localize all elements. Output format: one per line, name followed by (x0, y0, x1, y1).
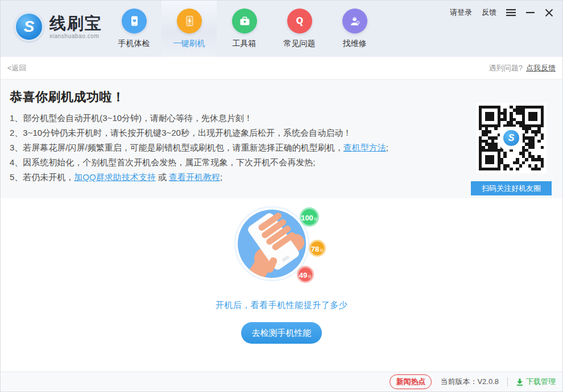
tip-link[interactable]: 查看开机教程 (169, 172, 220, 182)
back-link[interactable]: <返回 (7, 63, 27, 73)
brand-logo: S 线刷宝 xianshuabao.com (14, 12, 102, 41)
repair-icon (342, 9, 367, 34)
phone-in-hand-illustration: 100分 78分 49分 (222, 206, 341, 293)
question-icon: Q (287, 9, 312, 34)
minimize-icon[interactable] (526, 9, 535, 16)
check-performance-button[interactable]: 去检测手机性能 (241, 322, 322, 344)
performance-prompt: 开机后，看看手机性能提升了多少 (1, 300, 562, 311)
issue-hint: 遇到问题? (489, 63, 523, 73)
download-icon (516, 378, 523, 386)
main-nav: 手机体检 一键刷机 (106, 1, 382, 57)
nav-item-faq[interactable]: Q 常见问题 (272, 1, 327, 57)
nav-item-label: 工具箱 (233, 39, 256, 49)
performance-section: 100分 78分 49分 开机后，看看手机性能提升了多少 去检测手机性能 (1, 206, 562, 381)
window-controls: 请登录 反馈 (450, 7, 553, 18)
score-badge-78: 78分 (309, 240, 326, 257)
brand-name: 线刷宝 (49, 14, 102, 32)
nav-item-one-key-flash[interactable]: 一键刷机 (162, 1, 217, 57)
nav-item-toolbox[interactable]: 工具箱 (217, 1, 272, 57)
score-badge-49: 49分 (297, 266, 314, 283)
brand-logo-icon: S (14, 12, 44, 41)
news-hotspot-button[interactable]: 新闻热点 (390, 374, 432, 389)
qr-code: S (476, 103, 547, 173)
subheader: <返回 遇到问题? 点我反馈 (1, 57, 562, 80)
header: S 线刷宝 xianshuabao.com 手机体检 (1, 1, 562, 57)
flash-success-section: 恭喜你刷机成功啦！ 1、部分机型会自动开机(3~10分钟)，请耐心等待，先休息片… (1, 80, 562, 198)
menu-icon[interactable] (506, 9, 516, 16)
version-label: 当前版本：V2.0.8 (440, 377, 499, 387)
issue-feedback-link[interactable]: 点我反馈 (526, 63, 556, 73)
footer-divider (507, 377, 508, 386)
phone-flash-icon (177, 9, 202, 34)
nav-item-label: 常见问题 (284, 39, 316, 49)
download-manager-link[interactable]: 下载管理 (516, 377, 556, 387)
nav-item-phone-checkup[interactable]: 手机体检 (106, 1, 162, 57)
nav-item-label: 一键刷机 (173, 39, 205, 49)
toolbox-icon (232, 9, 257, 34)
login-link[interactable]: 请登录 (450, 7, 472, 18)
tip-link[interactable]: 查机型方法 (343, 143, 386, 152)
feedback-link[interactable]: 反馈 (482, 7, 496, 18)
qr-center-logo: S (501, 128, 521, 148)
qr-caption: 扫码关注好机友圈 (471, 181, 552, 195)
app-window: S 线刷宝 xianshuabao.com 手机体检 (0, 0, 563, 392)
score-badge-100: 100分 (300, 207, 319, 227)
nav-item-label: 找维修 (343, 39, 367, 49)
nav-item-label: 手机体检 (118, 39, 150, 49)
phone-health-icon (122, 9, 147, 34)
close-icon[interactable] (545, 9, 553, 17)
nav-item-find-repair[interactable]: 找维修 (327, 1, 382, 57)
tip-link[interactable]: 加QQ群求助技术支持 (74, 172, 155, 182)
brand-domain: xianshuabao.com (49, 33, 102, 39)
footer: 新闻热点 当前版本：V2.0.8 下载管理 (1, 372, 562, 391)
svg-text:Q: Q (296, 16, 303, 26)
